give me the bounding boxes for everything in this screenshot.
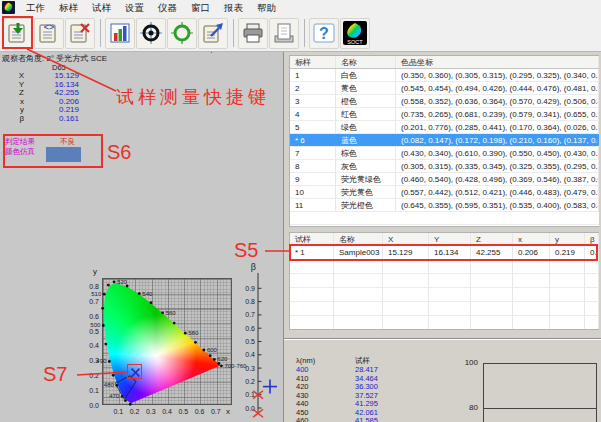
sample-empty-row (290, 316, 599, 330)
reflectance-chart[interactable] (483, 363, 597, 422)
cell: (0.545, 0.454), (0.494, 0.426), (0.444, … (396, 82, 599, 94)
menu-item[interactable]: 设置 (118, 0, 151, 15)
chart-view-button[interactable] (105, 18, 135, 49)
menu-item[interactable]: 试样 (85, 0, 118, 15)
help-icon: ? (312, 21, 336, 45)
app-window: 工作标样试样设置仪器窗口报表帮助 <> (0, 0, 601, 422)
cell (550, 316, 585, 329)
cell (383, 274, 429, 287)
svg-text:0.7: 0.7 (89, 298, 99, 305)
section-splitter[interactable] (284, 338, 601, 340)
print-button[interactable] (238, 18, 268, 49)
standards-header: 标样 名称 色品坐标 (290, 56, 599, 69)
sample-empty-row (290, 288, 599, 302)
menu-item[interactable]: 帮助 (250, 0, 283, 15)
cell (383, 288, 429, 301)
help-button[interactable]: ? (309, 18, 339, 49)
cell (290, 260, 334, 273)
menu-item[interactable]: 标样 (52, 0, 85, 15)
panel-splitter[interactable] (283, 52, 284, 422)
column-header[interactable]: 名称 (336, 56, 396, 68)
sample-list-button[interactable]: <> (34, 18, 64, 49)
standards-row[interactable]: 8灰色(0.305, 0.315), (0.335, 0.345), (0.32… (290, 160, 599, 173)
cell (585, 260, 599, 273)
cell: 0.206 (513, 246, 550, 259)
cell: 7 (290, 147, 336, 159)
standards-row[interactable]: 3橙色(0.558, 0.352), (0.636, 0.364), (0.57… (290, 95, 599, 108)
cie-horseshoe (103, 279, 231, 404)
menu-item[interactable]: 报表 (217, 0, 250, 15)
svg-text:0.6: 0.6 (245, 325, 255, 332)
svg-text:x: x (226, 407, 230, 416)
menu-item[interactable]: 工作 (19, 0, 52, 15)
cell: 0.161 (585, 246, 599, 259)
standards-row[interactable]: 9荧光黄绿色(0.460, 0.540), (0.428, 0.496), (0… (290, 173, 599, 186)
print-preview-icon (272, 21, 296, 45)
cell: (0.645, 0.355), (0.595, 0.351), (0.535, … (396, 199, 599, 211)
svg-text:<>: <> (44, 22, 55, 32)
print-preview-button[interactable] (269, 18, 299, 49)
standards-row[interactable]: 7棕色(0.430, 0.340), (0.610, 0.390), (0.55… (290, 147, 599, 160)
svg-text:SOCT: SOCT (347, 39, 363, 45)
column-header[interactable]: Z (471, 233, 513, 245)
cell (585, 316, 599, 329)
cell (585, 274, 599, 287)
svg-text:?: ? (319, 25, 329, 42)
standards-row[interactable]: 10荧光黄色(0.557, 0.442), (0.512, 0.421), (0… (290, 186, 599, 199)
toolbar-separator (304, 19, 305, 47)
menu-bar: 工作标样试样设置仪器窗口报表帮助 (0, 0, 601, 15)
target-measure-button[interactable] (136, 18, 166, 49)
standards-row[interactable]: 5绿色(0.201, 0.776), (0.285, 0.441), (0.17… (290, 121, 599, 134)
standards-row[interactable]: 1白色(0.350, 0.360), (0.305, 0.315), (0.29… (290, 69, 599, 82)
menu-item[interactable]: 仪器 (151, 0, 184, 15)
svg-text:500: 500 (90, 322, 101, 328)
sample-row[interactable]: * 1Sample00315.12916.13442.2550.2060.219… (290, 246, 599, 260)
sample-empty-row (290, 274, 599, 288)
svg-text:0.5: 0.5 (245, 338, 255, 345)
soct-button[interactable]: SOCT (340, 18, 370, 49)
export-button[interactable] (198, 18, 228, 49)
chart-view-icon (108, 21, 132, 45)
cell (334, 260, 383, 273)
tristimulus-values: X15.129Y16.134Z42.255x0.206y0.219β0.161 (14, 72, 79, 124)
measure-sample-icon (6, 21, 30, 45)
cell: (0.082, 0.147), (0.172, 0.198), (0.210, … (396, 134, 599, 146)
column-header[interactable]: β (585, 233, 599, 245)
column-header[interactable]: Y (429, 233, 471, 245)
column-header[interactable]: x (513, 233, 550, 245)
cell: 0.219 (550, 246, 585, 259)
reflectance-cell: 41.585 (355, 417, 378, 422)
cell (429, 260, 471, 273)
column-header[interactable]: 名称 (334, 233, 383, 245)
target-measure-icon (139, 21, 163, 45)
menu-item[interactable]: 窗口 (184, 0, 217, 15)
cell: 10 (290, 186, 336, 198)
column-header[interactable]: 色品坐标 (396, 56, 599, 68)
standards-row[interactable]: 2黄色(0.545, 0.454), (0.494, 0.426), (0.44… (290, 82, 599, 95)
annotation-s7: S7 (43, 363, 67, 386)
cell (550, 288, 585, 301)
column-header[interactable]: X (383, 233, 429, 245)
calibration-button[interactable] (167, 18, 197, 49)
standards-row[interactable]: 11荧光橙色(0.645, 0.355), (0.595, 0.351), (0… (290, 199, 599, 212)
annotation-s6: S6 (107, 141, 131, 164)
sample-table: 试样 名称 X Y Z x y β * 1Sample00315.12916.1… (289, 232, 599, 330)
column-header[interactable]: 试样 (290, 233, 334, 245)
measure-sample-button[interactable] (3, 18, 33, 49)
standards-row[interactable]: 4红色(0.735, 0.265), (0.681, 0.239), (0.57… (290, 108, 599, 121)
cell (334, 302, 383, 315)
app-icon[interactable] (2, 1, 15, 14)
svg-text:0.8: 0.8 (89, 283, 99, 290)
cell (429, 288, 471, 301)
column-header[interactable]: 标样 (290, 56, 336, 68)
svg-text:0.9: 0.9 (245, 285, 255, 292)
column-header[interactable]: y (550, 233, 585, 245)
standards-row[interactable]: * 6蓝色(0.082, 0.147), (0.172, 0.198), (0.… (290, 134, 599, 147)
cell: 荧光黄绿色 (336, 173, 396, 185)
svg-text:0.6: 0.6 (89, 313, 99, 320)
cell (383, 260, 429, 273)
delete-sample-button[interactable] (65, 18, 95, 49)
svg-text:0.0: 0.0 (89, 402, 99, 409)
cell: * 1 (290, 246, 334, 259)
chromaticity-diagram[interactable] (102, 278, 232, 405)
